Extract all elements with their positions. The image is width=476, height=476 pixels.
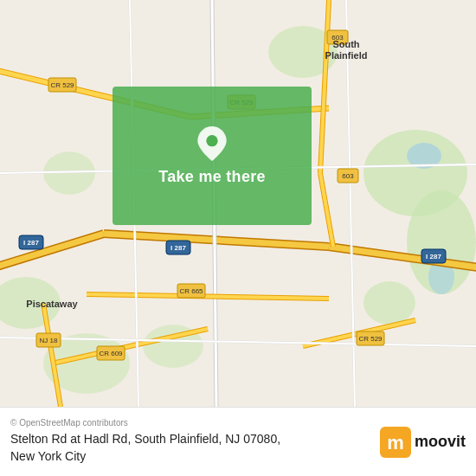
svg-point-3	[363, 281, 415, 325]
moovit-logo-icon: m	[380, 427, 411, 458]
svg-text:CR 529: CR 529	[50, 81, 74, 89]
svg-text:m: m	[387, 432, 404, 453]
address-line1: Stelton Rd at Hadl Rd, South Plainfield,…	[10, 431, 380, 448]
take-me-there-button[interactable]: Take me there	[158, 168, 266, 186]
highlight-overlay: Take me there	[113, 87, 312, 225]
svg-text:I 287: I 287	[170, 244, 186, 252]
svg-point-68	[206, 135, 217, 146]
svg-text:CR 609: CR 609	[99, 350, 123, 357]
svg-text:I 287: I 287	[23, 239, 39, 247]
svg-text:I 287: I 287	[426, 253, 441, 261]
svg-text:South: South	[332, 39, 359, 49]
svg-text:CR 529: CR 529	[358, 335, 383, 343]
map-container: I 287 I 287 I 287 CR 529 CR 529 CR 529 6…	[0, 0, 476, 407]
svg-text:603: 603	[342, 172, 354, 180]
attribution-text: © OpenStreetMap contributors	[10, 418, 380, 428]
info-bar: © OpenStreetMap contributors Stelton Rd …	[0, 407, 476, 476]
svg-text:NJ 18: NJ 18	[40, 337, 58, 344]
moovit-logo: m moovit	[380, 427, 466, 458]
location-pin-icon	[195, 126, 229, 161]
moovit-label: moovit	[415, 433, 466, 451]
address-section: © OpenStreetMap contributors Stelton Rd …	[10, 418, 380, 465]
address-line2: New York City	[10, 448, 380, 466]
svg-text:Piscataway: Piscataway	[26, 299, 78, 309]
svg-text:CR 665: CR 665	[179, 287, 203, 295]
svg-text:Plainfield: Plainfield	[325, 50, 368, 61]
